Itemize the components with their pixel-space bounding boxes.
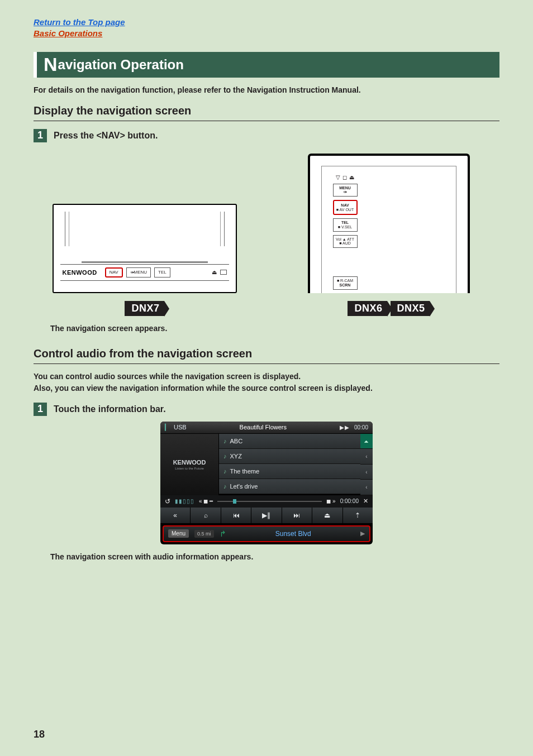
audio-intro-1: You can control audio sources while the … <box>34 372 301 381</box>
side-menu-label: MENU <box>334 186 357 190</box>
step-1-label: Press the <NAV> button. <box>54 129 158 142</box>
nav-turn-icon: ↱ <box>220 529 226 538</box>
step-1: 1 Press the <NAV> button. <box>34 129 499 142</box>
level-icon: ▮▮▯▯▯ <box>175 498 194 504</box>
track-name: Let's drive <box>230 483 258 490</box>
down-icon: ▽ <box>336 174 340 180</box>
ctrl-eject-icon: ⏏ <box>312 508 342 523</box>
badge-dnx6: DNX6 <box>348 301 387 316</box>
side-scrn-label: SCRN <box>334 283 357 288</box>
audio-nav-screenshot: ▎ USB Beautiful Flowers ▶▶ 00:00 KENWOOD… <box>160 422 373 544</box>
caption-nav-audio-appears: The navigation screen with audio informa… <box>50 552 499 561</box>
information-bar-highlight: Menu 0.5 mi ↱ Sunset Blvd ▶ <box>163 525 370 542</box>
track-name: ABC <box>230 438 243 444</box>
menu-button: 🕪 MENU <box>126 267 151 277</box>
side-tel-sub: ■ V.SEL <box>334 225 357 229</box>
ctrl-search-icon: ⌕ <box>191 508 221 523</box>
ctrl-next-icon: ⏭ <box>282 508 312 523</box>
track-name: The theme <box>230 468 260 475</box>
list-item: ♪Let's drive <box>219 479 360 494</box>
note-icon: ♪ <box>223 438 227 444</box>
scroll-down-icon: ‹ <box>360 465 373 480</box>
side-att-sub: ■ AUD <box>334 241 357 246</box>
ctrl-back-icon: « <box>160 508 191 523</box>
track-title: Beautiful Flowers <box>191 424 335 430</box>
intro-text: For details on the navigation function, … <box>34 85 499 94</box>
dnx7-device-illustration: KENWOOD NAV 🕪 MENU TEL ⏏ <box>53 204 237 293</box>
tel-button: TEL <box>154 267 170 277</box>
track-list: ♪ABC ♪XYZ ♪The theme ♪Let's drive <box>219 434 360 495</box>
badge-dnx7: DNX7 <box>125 301 164 316</box>
heading-control-audio: Control audio from the navigation screen <box>34 347 499 364</box>
stop-icon: ◻ <box>342 174 347 180</box>
ctrl-up-icon: ⇡ <box>343 508 373 523</box>
eject-icon: ⏏ <box>212 269 217 275</box>
nav-button-highlight: NAV <box>105 267 123 277</box>
list-item: ♪XYZ <box>219 449 360 464</box>
page-number: 18 <box>34 729 499 740</box>
caption-nav-appears: The navigation screen appears. <box>50 324 499 333</box>
nav-street: Sunset Blvd <box>232 530 355 538</box>
dnx7-brand: KENWOOD <box>63 269 97 276</box>
step-2-label: Touch the information bar. <box>54 403 166 416</box>
seek-time: 0:00:00 <box>340 498 359 504</box>
side-att-button: Vol ▲ ATT ■ AUD <box>333 235 358 248</box>
fastforward-icon: ▶▶ <box>340 424 350 430</box>
art-tagline: Listen to the Future <box>175 467 204 470</box>
side-nav-sub: ■ AV OUT <box>334 208 356 212</box>
shuffle-icon: ✕ <box>363 497 368 505</box>
album-art: KENWOOD Listen to the Future <box>160 434 219 495</box>
section-banner: N avigation Operation <box>34 52 499 78</box>
progress-bar <box>217 501 322 502</box>
loop-icon: ↺ <box>165 497 170 505</box>
side-scrn-button: ■ R-CAM SCRN <box>333 276 358 289</box>
ctrl-prev-icon: ⏮ <box>221 508 251 523</box>
nav-distance: 0.5 mi <box>194 530 214 538</box>
source-label: USB <box>174 424 187 430</box>
dnx6-5-device-illustration: ▽ ◻ ⏏ MENU 🕪 NAV ■ AV OUT TEL ■ V.SEL <box>308 154 470 293</box>
top-time: 00:00 <box>354 424 368 430</box>
step-2: 1 Touch the information bar. <box>34 403 499 416</box>
side-tel-label: TEL <box>334 221 357 225</box>
seek-right-icons: ◼ » <box>326 498 335 504</box>
menu-button-label: MENU <box>134 270 147 275</box>
side-nav-label: NAV <box>334 203 356 208</box>
slot-icon <box>220 270 227 275</box>
list-item: ♪The theme <box>219 464 360 479</box>
note-icon: ♪ <box>223 468 227 475</box>
note-icon: ♪ <box>223 483 227 490</box>
scroll-bottom-icon: ‹ <box>360 480 373 495</box>
note-icon: ♪ <box>223 453 227 460</box>
banner-initial: N <box>44 54 58 75</box>
track-name: XYZ <box>230 453 242 460</box>
nav-menu-button: Menu <box>168 529 189 538</box>
scroll-up-icon: ‹ <box>360 449 373 465</box>
side-tel-button: TEL ■ V.SEL <box>333 218 358 231</box>
seek-mini-icons: « ◼ ━ <box>199 498 213 504</box>
step-1-number: 1 <box>34 129 47 142</box>
slash-icon: ▎ <box>165 424 169 431</box>
audio-intro-2: Also, you can view the navigation inform… <box>34 384 373 393</box>
scroll-top-icon: ⏶ <box>360 434 373 449</box>
section-link[interactable]: Basic Operations <box>34 28 499 39</box>
side-menu-button: MENU 🕪 <box>333 184 358 197</box>
step-2-number: 1 <box>34 403 47 416</box>
heading-display-nav: Display the navigation screen <box>34 104 499 121</box>
ctrl-play-icon: ▶∥ <box>251 508 282 523</box>
badge-dnx5: DNX5 <box>391 301 430 316</box>
list-item: ♪ABC <box>219 434 360 449</box>
side-att-label: Vol ▲ ATT <box>334 237 357 242</box>
return-top-link[interactable]: Return to the Top page <box>34 17 499 28</box>
nav-expand-icon: ▶ <box>360 530 365 537</box>
side-scrn-sub: ■ R-CAM <box>334 279 357 283</box>
banner-rest: avigation Operation <box>58 57 184 73</box>
side-nav-button-highlight: NAV ■ AV OUT <box>333 200 358 215</box>
art-brand: KENWOOD <box>173 459 206 466</box>
eject-icon: ⏏ <box>349 174 354 180</box>
